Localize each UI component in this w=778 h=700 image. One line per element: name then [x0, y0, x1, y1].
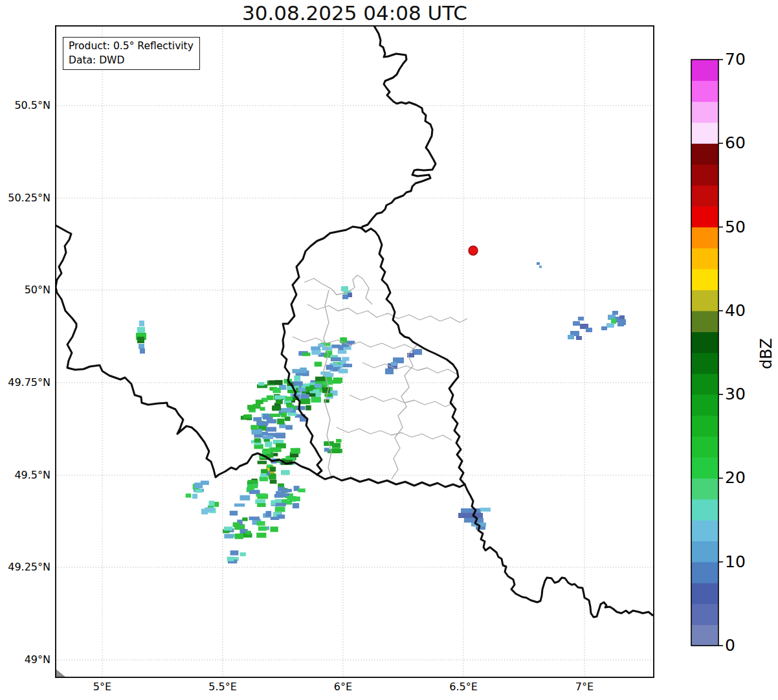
country-border-line	[317, 475, 465, 487]
lon-tick-label: 5°E	[76, 681, 128, 694]
radar-echo-cell	[461, 508, 481, 513]
radar-echo-cell	[140, 348, 145, 354]
radar-echo-cell	[209, 501, 215, 506]
radar-echo-cell	[194, 482, 203, 488]
admin-border-line	[304, 275, 372, 304]
radar-echo-cell	[331, 344, 340, 348]
lon-tick-label: 6.5°E	[438, 681, 489, 694]
radar-echo-cell	[385, 368, 394, 374]
radar-echo-cell	[258, 461, 267, 464]
radar-echo-cell	[270, 473, 276, 478]
map-canvas	[0, 0, 778, 700]
colorbar-segment	[691, 332, 718, 353]
radar-echo-cell	[276, 400, 283, 404]
radar-echo-cell	[254, 438, 261, 443]
country-border-line	[56, 225, 317, 477]
country-borders	[56, 26, 652, 617]
radar-echo-cell	[233, 523, 240, 527]
colorbar-segment	[691, 583, 718, 604]
radar-echo-cell	[270, 467, 276, 472]
colorbar-tick-label: 70	[725, 50, 746, 69]
radar-echo-cell	[464, 518, 483, 523]
radar-echo-layer	[136, 262, 626, 563]
radar-echo-cell	[285, 396, 293, 400]
radar-echo-cell	[265, 442, 272, 447]
lon-tick-label: 7°E	[559, 681, 610, 694]
colorbar-segment	[691, 164, 718, 186]
radar-echo-cell	[224, 526, 232, 530]
radar-echo-cell	[578, 317, 584, 321]
country-border-line	[361, 26, 436, 228]
colorbar-segment	[691, 520, 718, 541]
radar-echo-cell	[262, 451, 271, 454]
radar-echo-cell	[391, 362, 397, 366]
radar-echo-cell	[252, 429, 262, 435]
colorbar-tick-label: 10	[725, 552, 746, 572]
radar-echo-cell	[276, 433, 285, 438]
radar-echo-cell	[256, 533, 266, 538]
radar-echo-cell	[244, 414, 252, 418]
radar-echo-cell	[260, 407, 265, 411]
colorbar-unit-label: dBZ	[757, 333, 776, 374]
radar-echo-cell	[230, 511, 238, 515]
graticule	[56, 26, 654, 677]
lat-tick-label: 50°N	[1, 284, 50, 297]
radar-echo-cell	[326, 365, 333, 370]
colorbar-tick-label: 40	[725, 301, 746, 321]
colorbar-segment	[691, 206, 718, 227]
colorbar-segment	[691, 625, 718, 646]
radar-site-marker	[469, 246, 478, 255]
radar-echo-cell	[293, 503, 299, 508]
colorbar-segment	[691, 457, 718, 479]
colorbar-segment	[691, 374, 718, 395]
radar-echo-cell	[458, 513, 483, 518]
radar-echo-cell	[249, 490, 260, 494]
colorbar-segment	[691, 60, 718, 81]
admin-border-line	[337, 427, 452, 440]
radar-echo-cell	[230, 550, 239, 556]
radar-echo-cell	[270, 480, 277, 484]
radar-echo-cell	[263, 435, 274, 439]
colorbar-segment	[691, 80, 718, 102]
colorbar-segment	[691, 143, 718, 164]
radar-echo-cell	[576, 336, 582, 340]
radar-echo-cell	[271, 447, 282, 452]
lon-tick-label: 5.5°E	[197, 681, 249, 694]
radar-echo-cell	[137, 327, 145, 333]
radar-echo-cell	[276, 503, 286, 506]
radar-echo-cell	[293, 381, 302, 386]
radar-echo-cell	[285, 489, 292, 492]
radar-echo-cell	[258, 526, 267, 531]
radar-echo-cell	[272, 388, 280, 393]
radar-echo-cell	[247, 484, 258, 488]
radar-echo-cell	[260, 473, 267, 477]
radar-echo-cell	[287, 408, 293, 411]
radar-echo-cell	[270, 414, 280, 417]
radar-echo-cell	[338, 350, 346, 354]
radar-echo-cell	[249, 517, 260, 521]
radar-echo-cell	[139, 321, 144, 326]
lat-tick-label: 49.5°N	[1, 469, 50, 482]
radar-echo-cell	[240, 552, 246, 556]
radar-echo-cell	[139, 344, 144, 349]
colorbar-segment	[691, 436, 718, 458]
radar-echo-cell	[186, 493, 192, 497]
radar-echo-cell	[275, 506, 285, 512]
colorbar-segment	[691, 604, 718, 625]
radar-echo-cell	[272, 406, 279, 410]
radar-echo-cell	[568, 335, 574, 339]
radar-echo-cell	[348, 293, 352, 297]
colorbar-segment	[691, 248, 718, 269]
radar-echo-cell	[137, 337, 144, 343]
radar-echo-cell	[274, 395, 282, 400]
radar-echo-cell	[246, 531, 251, 535]
colorbar-segment	[691, 478, 718, 499]
radar-echo-cell	[227, 557, 234, 561]
corner-terrain-patch	[56, 669, 66, 677]
lat-tick-label: 50.25°N	[1, 192, 50, 205]
colorbar-tick-label: 20	[725, 468, 746, 488]
radar-echo-cell	[292, 369, 300, 374]
colorbar-segment	[691, 269, 718, 290]
radar-echo-cell	[265, 427, 276, 431]
radar-echo-cell	[192, 494, 197, 499]
